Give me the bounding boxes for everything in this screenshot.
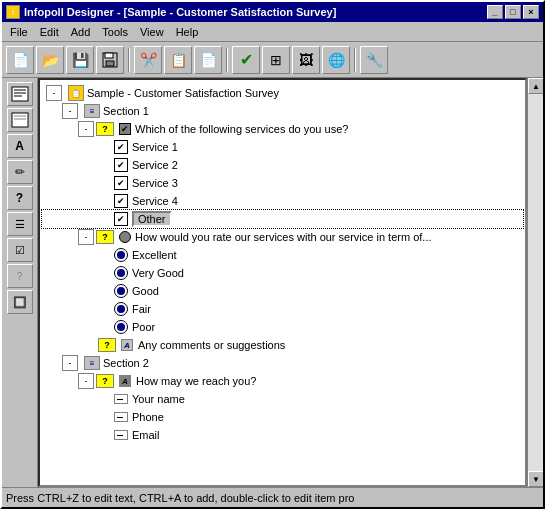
service2-label: Service 2 xyxy=(132,159,178,171)
toolbar: 📄 📂 💾 ✂️ 📋 📄 ✔ ⊞ 🖼 🌐 🔧 xyxy=(2,42,543,78)
svg-rect-1 xyxy=(105,53,113,58)
tree-other[interactable]: ✔ Other xyxy=(42,210,523,228)
left-btn-edit[interactable]: ✏ xyxy=(7,160,33,184)
title-bar-left: i Infopoll Designer - [Sample - Customer… xyxy=(6,5,336,19)
cb-service4: ✔ xyxy=(114,194,128,208)
excellent-label: Excellent xyxy=(132,249,177,261)
tree-q2[interactable]: - ? How would you rate our services with… xyxy=(42,228,523,246)
fair-label: Fair xyxy=(132,303,151,315)
section-icon-2: ≡ xyxy=(84,356,100,370)
tree-section2[interactable]: - ≡ Section 2 xyxy=(42,354,523,372)
separator-1 xyxy=(128,48,130,72)
left-btn-question[interactable]: ? xyxy=(7,186,33,210)
menu-tools[interactable]: Tools xyxy=(96,24,134,40)
toolbar-open[interactable]: 📂 xyxy=(36,46,64,74)
radio-poor xyxy=(114,320,128,334)
expander-section1[interactable]: - xyxy=(62,103,78,119)
expander-section2[interactable]: - xyxy=(62,355,78,371)
toolbar-paste[interactable]: 📄 xyxy=(194,46,222,74)
scroll-up-button[interactable]: ▲ xyxy=(528,78,543,94)
left-btn-list[interactable]: ☰ xyxy=(7,212,33,236)
expander-q1[interactable]: - xyxy=(78,121,94,137)
close-button[interactable]: × xyxy=(523,5,539,19)
scroll-down-button[interactable]: ▼ xyxy=(528,471,543,487)
yourname-label: Your name xyxy=(132,393,185,405)
menu-help[interactable]: Help xyxy=(170,24,205,40)
menu-bar: File Edit Add Tools View Help xyxy=(2,22,543,42)
tree-good[interactable]: Good xyxy=(42,282,523,300)
tree-view[interactable]: - 📋 Sample - Customer Satisfaction Surve… xyxy=(38,78,527,487)
maximize-button[interactable]: □ xyxy=(505,5,521,19)
tree-excellent[interactable]: Excellent xyxy=(42,246,523,264)
left-btn-box[interactable]: 🔲 xyxy=(7,290,33,314)
menu-view[interactable]: View xyxy=(134,24,170,40)
toolbar-check[interactable]: ✔ xyxy=(232,46,260,74)
title-buttons: _ □ × xyxy=(487,5,539,19)
tree-email[interactable]: Email xyxy=(42,426,523,444)
tree-q3[interactable]: ? A Any comments or suggestions xyxy=(42,336,523,354)
toolbar-copy[interactable]: 📋 xyxy=(164,46,192,74)
tree-phone[interactable]: Phone xyxy=(42,408,523,426)
q4-label: How may we reach you? xyxy=(136,375,256,387)
section-icon-1: ≡ xyxy=(84,104,100,118)
left-btn-2[interactable] xyxy=(7,108,33,132)
tree-survey-root[interactable]: - 📋 Sample - Customer Satisfaction Surve… xyxy=(42,84,523,102)
left-btn-1[interactable] xyxy=(7,82,33,106)
tree-q1[interactable]: - ? ✔ Which of the following services do… xyxy=(42,120,523,138)
menu-file[interactable]: File xyxy=(4,24,34,40)
tree-service4[interactable]: ✔ Service 4 xyxy=(42,192,523,210)
section2-label: Section 2 xyxy=(103,357,149,369)
menu-add[interactable]: Add xyxy=(65,24,97,40)
toolbar-new[interactable]: 📄 xyxy=(6,46,34,74)
verygood-label: Very Good xyxy=(132,267,184,279)
tree-service2[interactable]: ✔ Service 2 xyxy=(42,156,523,174)
question-icon-2: ? xyxy=(96,230,114,244)
radio-excellent xyxy=(114,248,128,262)
left-btn-q2[interactable]: ? xyxy=(7,264,33,288)
minimize-button[interactable]: _ xyxy=(487,5,503,19)
good-label: Good xyxy=(132,285,159,297)
expander-root[interactable]: - xyxy=(46,85,62,101)
q1-label: Which of the following services do you u… xyxy=(135,123,348,135)
expander-q4[interactable]: - xyxy=(78,373,94,389)
title-bar: i Infopoll Designer - [Sample - Customer… xyxy=(2,2,543,22)
service3-label: Service 3 xyxy=(132,177,178,189)
toolbar-image[interactable]: 🖼 xyxy=(292,46,320,74)
toolbar-grid[interactable]: ⊞ xyxy=(262,46,290,74)
tree-service1[interactable]: ✔ Service 1 xyxy=(42,138,523,156)
poor-label: Poor xyxy=(132,321,155,333)
toolbar-cut[interactable]: ✂️ xyxy=(134,46,162,74)
status-text: Press CTRL+Z to edit text, CTRL+A to add… xyxy=(6,492,355,504)
toolbar-save[interactable]: 💾 xyxy=(66,46,94,74)
tree-yourname[interactable]: Your name xyxy=(42,390,523,408)
tree-fair[interactable]: Fair xyxy=(42,300,523,318)
tree-q4[interactable]: - ? A How may we reach you? xyxy=(42,372,523,390)
section1-label: Section 1 xyxy=(103,105,149,117)
survey-icon: 📋 xyxy=(68,85,84,101)
question-icon-3: ? xyxy=(98,338,116,352)
cb-service1: ✔ xyxy=(114,140,128,154)
tree-section1[interactable]: - ≡ Section 1 xyxy=(42,102,523,120)
tree-service3[interactable]: ✔ Service 3 xyxy=(42,174,523,192)
separator-2 xyxy=(226,48,228,72)
menu-edit[interactable]: Edit xyxy=(34,24,65,40)
text-icon-q4: A xyxy=(119,375,131,387)
cb-service3: ✔ xyxy=(114,176,128,190)
toolbar-settings[interactable]: 🔧 xyxy=(360,46,388,74)
left-btn-text[interactable]: A xyxy=(7,134,33,158)
tree-verygood[interactable]: Very Good xyxy=(42,264,523,282)
left-btn-check[interactable]: ☑ xyxy=(7,238,33,262)
main-area: A ✏ ? ☰ ☑ ? 🔲 - 📋 Sample - Customer Sati… xyxy=(2,78,543,487)
scroll-track[interactable] xyxy=(528,94,543,471)
svg-rect-3 xyxy=(12,87,28,101)
email-label: Email xyxy=(132,429,160,441)
service1-label: Service 1 xyxy=(132,141,178,153)
toolbar-saveas[interactable] xyxy=(96,46,124,74)
expander-q2[interactable]: - xyxy=(78,229,94,245)
radio-verygood xyxy=(114,266,128,280)
radio-fair xyxy=(114,302,128,316)
toolbar-web[interactable]: 🌐 xyxy=(322,46,350,74)
vertical-scrollbar[interactable]: ▲ ▼ xyxy=(527,78,543,487)
question-icon-4: ? xyxy=(96,374,114,388)
tree-poor[interactable]: Poor xyxy=(42,318,523,336)
